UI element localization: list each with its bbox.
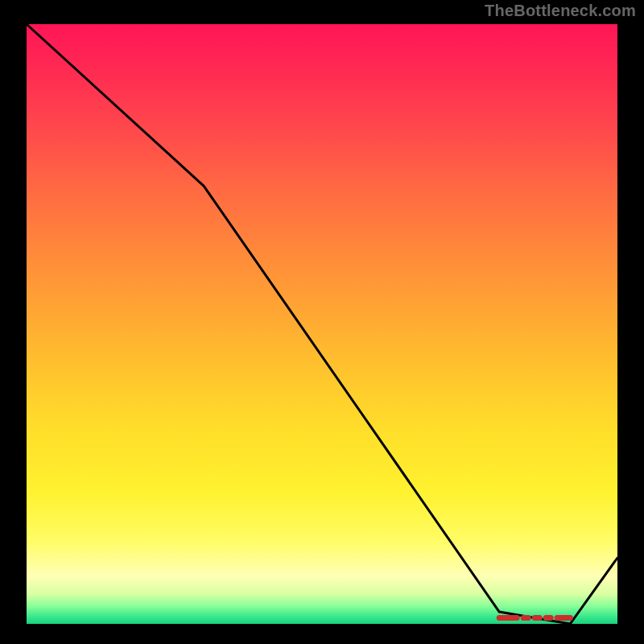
bottleneck-curve	[27, 24, 617, 624]
chart-frame: TheBottleneck.com	[0, 0, 644, 644]
attribution-label: TheBottleneck.com	[485, 2, 636, 20]
plot-svg	[27, 24, 617, 624]
plot-area	[27, 24, 617, 624]
